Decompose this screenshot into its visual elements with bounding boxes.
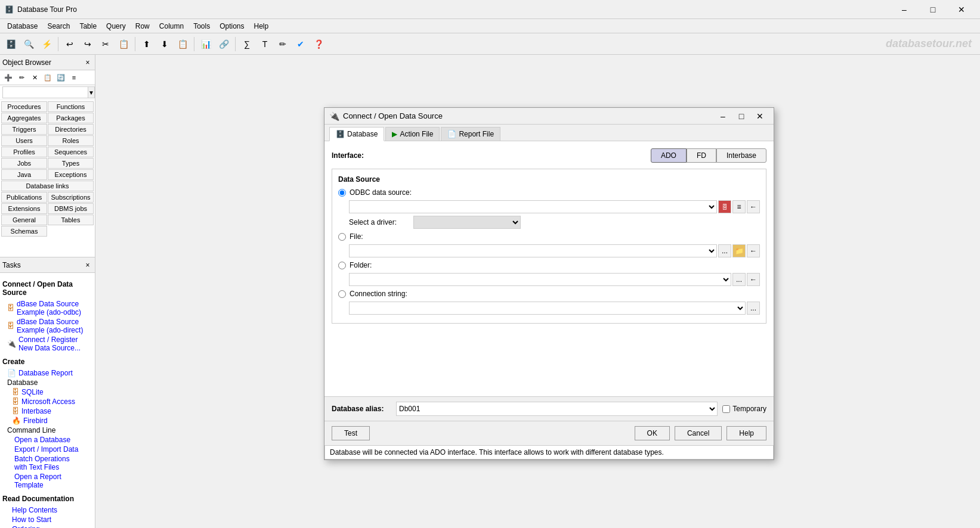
alias-select[interactable]: Db001 bbox=[396, 402, 718, 416]
menu-tools[interactable]: Tools bbox=[188, 21, 215, 32]
toolbar-db-icon[interactable]: 🗄️ bbox=[2, 36, 19, 52]
file-dots-btn[interactable]: ... bbox=[718, 244, 731, 257]
dbase-direct-link[interactable]: dBase Data Source Example (ado-direct) bbox=[17, 318, 88, 334]
folder-select[interactable] bbox=[349, 273, 731, 286]
ob-edit[interactable]: ✏ bbox=[16, 72, 27, 83]
ob-subscriptions[interactable]: Subscriptions bbox=[48, 192, 94, 203]
firebird-link[interactable]: Firebird bbox=[23, 417, 48, 425]
ob-tables[interactable]: Tables bbox=[48, 215, 94, 225]
iface-interbase[interactable]: Interbase bbox=[716, 148, 766, 163]
file-select[interactable] bbox=[349, 244, 717, 257]
maximize-button[interactable]: □ bbox=[919, 0, 947, 19]
driver-select[interactable] bbox=[413, 216, 521, 229]
ordering-link1[interactable]: Ordering bbox=[2, 524, 92, 528]
modal-close[interactable]: ✕ bbox=[751, 108, 769, 124]
ob-publications[interactable]: Publications bbox=[1, 192, 47, 203]
how-to-start-link[interactable]: How to Start bbox=[2, 515, 92, 524]
batch-ops-link[interactable]: Batch Operations with Text Files bbox=[2, 454, 92, 472]
filter-dropdown[interactable]: ▼ bbox=[88, 86, 95, 98]
ob-general[interactable]: General bbox=[1, 215, 47, 225]
ob-directories[interactable]: Directories bbox=[48, 124, 94, 135]
object-browser-close[interactable]: × bbox=[83, 58, 92, 67]
open-report-template-link[interactable]: Open a Report Template bbox=[2, 472, 92, 490]
odbc-select[interactable] bbox=[349, 200, 717, 213]
toolbar-btn2[interactable]: ⚡ bbox=[38, 36, 55, 52]
interbase-link[interactable]: Interbase bbox=[21, 407, 51, 415]
toolbar-btn10[interactable]: 📊 bbox=[197, 36, 214, 52]
ob-jobs[interactable]: Jobs bbox=[1, 158, 47, 169]
iface-ado[interactable]: ADO bbox=[651, 148, 687, 163]
test-button[interactable]: Test bbox=[332, 426, 370, 440]
toolbar-check[interactable]: ✔ bbox=[292, 36, 309, 52]
ob-add[interactable]: ➕ bbox=[2, 72, 14, 83]
tab-action-file[interactable]: ▶ Action File bbox=[385, 127, 440, 141]
help-button[interactable]: Help bbox=[727, 426, 766, 440]
ob-functions[interactable]: Functions bbox=[48, 101, 94, 112]
ob-types[interactable]: Types bbox=[48, 158, 94, 169]
help-contents-link[interactable]: Help Contents bbox=[2, 505, 92, 515]
ob-triggers[interactable]: Triggers bbox=[1, 124, 47, 135]
file-radio[interactable] bbox=[338, 233, 346, 241]
file-browse-btn[interactable]: 📁 bbox=[732, 244, 746, 257]
odbc-db-icon-btn[interactable]: 🗄 bbox=[718, 200, 731, 213]
folder-dots-btn[interactable]: ... bbox=[732, 273, 746, 286]
menu-help[interactable]: Help bbox=[249, 21, 274, 32]
close-button[interactable]: ✕ bbox=[948, 0, 975, 19]
ob-sequences[interactable]: Sequences bbox=[48, 147, 94, 157]
ob-dbmsjobs[interactable]: DBMS jobs bbox=[48, 203, 94, 214]
toolbar-btn5[interactable]: ✂ bbox=[97, 36, 114, 52]
ob-copy[interactable]: 📋 bbox=[42, 72, 54, 83]
export-import-link[interactable]: Export / Import Data bbox=[2, 445, 92, 454]
minimize-button[interactable]: – bbox=[891, 0, 918, 19]
dbase-odbc-link[interactable]: dBase Data Source Example (ado-odbc) bbox=[17, 300, 88, 316]
odbc-arrow-btn[interactable]: ← bbox=[747, 200, 760, 213]
ob-extensions[interactable]: Extensions bbox=[1, 203, 47, 214]
connstr-radio[interactable] bbox=[338, 290, 346, 298]
connect-new-link[interactable]: Connect / Register New Data Source... bbox=[18, 336, 88, 352]
connstr-dots-btn[interactable]: ... bbox=[747, 302, 760, 315]
ob-exceptions[interactable]: Exceptions bbox=[48, 169, 94, 180]
msaccess-link[interactable]: Microsoft Access bbox=[21, 397, 75, 406]
temporary-checkbox[interactable] bbox=[722, 405, 730, 413]
file-arrow-btn[interactable]: ← bbox=[747, 244, 760, 257]
ob-java[interactable]: Java bbox=[1, 169, 47, 180]
ob-packages[interactable]: Packages bbox=[48, 113, 94, 123]
ok-button[interactable]: OK bbox=[635, 426, 670, 440]
toolbar-edit[interactable]: ✏ bbox=[274, 36, 291, 52]
toolbar-sigma[interactable]: ∑ bbox=[239, 36, 255, 52]
db-report-link[interactable]: Database Report bbox=[18, 369, 73, 377]
ob-schemas[interactable]: Schemas bbox=[1, 226, 47, 237]
toolbar-btn1[interactable]: 🔍 bbox=[20, 36, 37, 52]
ob-more[interactable]: ≡ bbox=[68, 72, 80, 83]
menu-database[interactable]: Database bbox=[2, 21, 42, 32]
ob-dblinks[interactable]: Database links bbox=[1, 181, 94, 191]
ob-refresh[interactable]: 🔄 bbox=[55, 72, 67, 83]
ob-users[interactable]: Users bbox=[1, 135, 47, 146]
toolbar-btn9[interactable]: 📋 bbox=[174, 36, 191, 52]
menu-row[interactable]: Row bbox=[131, 21, 154, 32]
tab-database[interactable]: 🗄️ Database bbox=[329, 127, 384, 141]
ob-aggregates[interactable]: Aggregates bbox=[1, 113, 47, 123]
toolbar-btn8[interactable]: ⬇ bbox=[156, 36, 173, 52]
odbc-list-btn[interactable]: ≡ bbox=[732, 200, 746, 213]
folder-arrow-btn[interactable]: ← bbox=[747, 273, 760, 286]
ob-procedures[interactable]: Procedures bbox=[1, 101, 47, 112]
toolbar-btn11[interactable]: 🔗 bbox=[215, 36, 232, 52]
modal-maximize[interactable]: □ bbox=[732, 108, 750, 124]
ob-profiles[interactable]: Profiles bbox=[1, 147, 47, 157]
open-db-link[interactable]: Open a Database bbox=[2, 435, 92, 445]
menu-search[interactable]: Search bbox=[42, 21, 75, 32]
folder-radio[interactable] bbox=[338, 262, 346, 269]
menu-options[interactable]: Options bbox=[215, 21, 249, 32]
menu-table[interactable]: Table bbox=[75, 21, 101, 32]
toolbar-help[interactable]: ❓ bbox=[310, 36, 327, 52]
iface-fd[interactable]: FD bbox=[687, 148, 716, 163]
toolbar-btn3[interactable]: ↩ bbox=[61, 36, 78, 52]
ob-delete[interactable]: ✕ bbox=[29, 72, 41, 83]
tasks-close[interactable]: × bbox=[83, 260, 92, 270]
modal-minimize[interactable]: – bbox=[714, 108, 732, 124]
tab-report-file[interactable]: 📄 Report File bbox=[441, 127, 500, 141]
toolbar-btn6[interactable]: 📋 bbox=[115, 36, 132, 52]
toolbar-btn4[interactable]: ↪ bbox=[79, 36, 96, 52]
menu-column[interactable]: Column bbox=[154, 21, 188, 32]
